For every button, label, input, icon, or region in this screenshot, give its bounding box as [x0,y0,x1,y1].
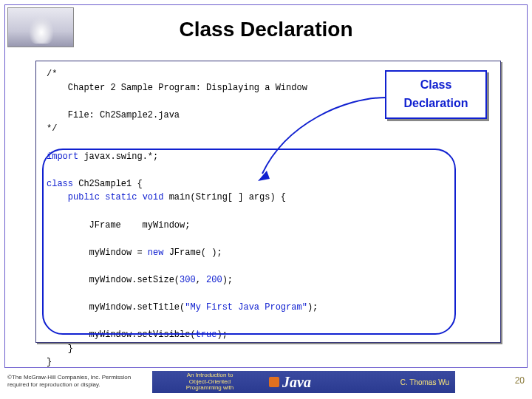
copyright-text: ©The McGraw-Hill Companies, Inc. Permiss… [7,374,148,388]
class-rest: Ch2Sample1 { [73,179,143,189]
import-rest: javax.swing.*; [78,151,158,162]
setvis1: myWindow.setVisible( [89,330,196,340]
assign2: JFrame( ); [163,248,222,258]
callout-class-declaration: Class Declaration [385,70,487,119]
page-number: 20 [515,375,525,386]
callout-line1: Class [389,76,482,95]
comment-line1: Chapter 2 Sample Program: Displaying a W… [68,83,307,93]
title-str: "My First Java Program" [185,302,307,313]
main-rest: main(String[ ] args) { [163,192,286,202]
comment-open: /* [47,69,57,79]
setsize1: myWindow.setSize( [89,275,180,285]
java-text: Java [282,374,311,391]
num300: 300 [180,275,196,285]
footer: ©The McGraw-Hill Companies, Inc. Permiss… [0,369,532,399]
comment-close: */ [47,123,57,134]
callout-line2: Declaration [389,95,482,113]
comma1: , [196,275,206,285]
code-box: Class Declaration /* Chapter 2 Sample Pr… [35,61,501,343]
jframe-decl: JFrame myWindow; [89,220,191,231]
banner-intro: An Introduction to Object-Oriented Progr… [152,372,263,392]
brace-inner: } [68,344,73,354]
assign1: myWindow = [89,248,148,258]
kw-class: class [47,179,73,189]
settitle2: ); [307,302,318,313]
num200: 200 [206,275,222,285]
kw-true: true [196,330,217,340]
banner-java: Java [269,374,311,391]
brace-outer: } [47,357,52,367]
comment-line2: File: Ch2Sample2.java [68,110,180,120]
banner-intro3: Programming with [157,385,263,392]
kw-import: import [47,151,78,162]
banner-author: C. Thomas Wu [400,378,449,386]
page-title: Class Declaration [0,18,532,41]
kw-new: new [148,248,164,258]
setsize2: ); [222,275,233,285]
setvis2: ); [216,330,227,340]
book-banner: An Introduction to Object-Oriented Progr… [152,371,455,393]
coffee-cup-icon [269,377,279,387]
settitle1: myWindow.setTitle( [89,302,185,313]
kw-psv: public static void [68,192,164,202]
